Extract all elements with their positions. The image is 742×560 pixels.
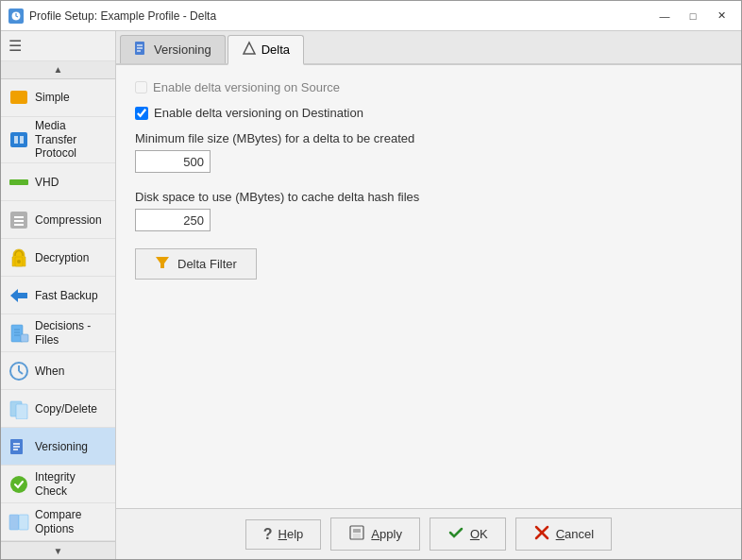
svg-marker-12 xyxy=(10,289,27,302)
title-bar-left: Profile Setup: Example Profile - Delta xyxy=(8,8,216,24)
ok-button[interactable]: OK xyxy=(430,518,506,551)
tab-delta-label: Delta xyxy=(261,42,290,57)
sidebar-label-decryption: Decryption xyxy=(35,251,89,264)
vhd-icon xyxy=(8,172,29,193)
versioning-icon xyxy=(8,436,29,457)
sidebar-item-media-transfer[interactable]: Media Transfer Protocol xyxy=(1,117,115,164)
sidebar-label-decisions: Decisions - Files xyxy=(35,319,108,347)
svg-rect-4 xyxy=(20,136,24,144)
sidebar-item-simple[interactable]: Simple xyxy=(1,79,115,117)
svg-rect-38 xyxy=(353,534,361,538)
simple-icon xyxy=(8,87,29,108)
minimize-button[interactable]: — xyxy=(652,7,677,25)
panel-content: Enable delta versioning on Source Enable… xyxy=(116,65,741,508)
sidebar-item-decisions-files[interactable]: Decisions - Files xyxy=(1,314,115,352)
delta-tab-icon xyxy=(242,41,257,59)
tab-versioning[interactable]: Versioning xyxy=(120,35,226,63)
sidebar-item-copy-delete[interactable]: Copy/Delete xyxy=(1,390,115,428)
main-window: Profile Setup: Example Profile - Delta —… xyxy=(0,0,742,560)
svg-line-20 xyxy=(19,371,23,374)
title-bar: Profile Setup: Example Profile - Delta —… xyxy=(1,1,741,31)
sidebar-item-compare-options[interactable]: Compare Options xyxy=(1,503,115,541)
integrity-icon xyxy=(8,474,29,495)
cancel-icon xyxy=(533,524,550,544)
compare-icon xyxy=(8,512,29,533)
sidebar-item-when[interactable]: When xyxy=(1,352,115,390)
apply-icon xyxy=(348,524,365,544)
svg-rect-37 xyxy=(353,529,361,533)
hamburger-icon[interactable]: ☰ xyxy=(8,37,22,55)
when-icon xyxy=(8,361,29,382)
window-title: Profile Setup: Example Profile - Delta xyxy=(29,9,216,23)
sidebar-label-compression: Compression xyxy=(35,213,102,227)
sidebar-label-media: Media Transfer Protocol xyxy=(35,119,108,160)
sidebar-item-fast-backup[interactable]: Fast Backup xyxy=(1,277,115,314)
tab-delta[interactable]: Delta xyxy=(228,35,304,65)
decryption-icon xyxy=(8,247,29,268)
svg-rect-2 xyxy=(10,132,27,147)
app-icon xyxy=(8,8,24,24)
sidebar-label-vhd: VHD xyxy=(35,176,59,189)
min-file-size-label: Minimum file size (MBytes) for a delta t… xyxy=(135,131,722,145)
sidebar-label-compare: Compare Options xyxy=(35,508,108,535)
svg-rect-22 xyxy=(16,404,27,419)
scroll-down-button[interactable]: ▼ xyxy=(1,541,115,559)
cancel-label: Cancel xyxy=(556,527,594,541)
sidebar-item-integrity-check[interactable]: Integrity Check xyxy=(1,466,115,503)
delta-filter-label: Delta Filter xyxy=(177,257,237,271)
hamburger-bar: ☰ xyxy=(1,31,115,61)
disk-space-section: Disk space to use (MBytes) to cache delt… xyxy=(135,190,722,231)
apply-button[interactable]: Apply xyxy=(330,518,420,551)
versioning-tab-icon xyxy=(134,41,149,59)
checkbox-dest-label: Enable delta versioning on Destination xyxy=(154,106,363,120)
content-area: ☰ ▲ Simple Media Transfer Protocol xyxy=(1,31,741,559)
apply-label: Apply xyxy=(371,527,402,541)
sidebar-label-fastbackup: Fast Backup xyxy=(35,289,98,302)
tabs-bar: Versioning Delta xyxy=(116,31,741,65)
checkbox-source-label: Enable delta versioning on Source xyxy=(153,80,340,94)
sidebar-label-simple: Simple xyxy=(35,91,70,104)
svg-rect-5 xyxy=(9,179,28,185)
sidebar-item-versioning[interactable]: Versioning xyxy=(1,428,115,466)
scroll-up-button[interactable]: ▲ xyxy=(1,61,115,79)
fastbackup-icon xyxy=(8,285,29,306)
help-icon: ? xyxy=(263,526,273,543)
checkbox-source[interactable] xyxy=(135,81,147,93)
close-button[interactable]: ✕ xyxy=(709,7,734,25)
checkbox-source-row: Enable delta versioning on Source xyxy=(135,80,722,94)
window-controls: — □ ✕ xyxy=(652,7,734,25)
sidebar-item-compression[interactable]: Compression xyxy=(1,201,115,239)
copydelete-icon xyxy=(8,399,29,419)
compression-icon xyxy=(8,210,29,230)
min-file-size-input[interactable] xyxy=(135,150,211,173)
main-panel: Versioning Delta Enable delta versionin xyxy=(116,31,741,559)
sidebar-item-decryption[interactable]: Decryption xyxy=(1,239,115,277)
disk-space-label: Disk space to use (MBytes) to cache delt… xyxy=(135,190,722,204)
svg-rect-29 xyxy=(19,515,28,530)
decisions-icon xyxy=(8,323,29,344)
help-button[interactable]: ? Help xyxy=(245,519,322,550)
sidebar-label-integrity: Integrity Check xyxy=(35,470,108,498)
media-icon xyxy=(8,129,29,150)
checkbox-dest-row: Enable delta versioning on Destination xyxy=(135,106,722,120)
svg-rect-17 xyxy=(21,334,28,342)
help-label: Help xyxy=(278,527,304,541)
checkbox-dest[interactable] xyxy=(135,107,148,120)
sidebar-item-vhd[interactable]: VHD xyxy=(1,163,115,201)
maximize-button[interactable]: □ xyxy=(681,7,705,25)
footer: ? Help Apply xyxy=(116,508,741,559)
cancel-button[interactable]: Cancel xyxy=(515,518,612,551)
sidebar: ☰ ▲ Simple Media Transfer Protocol xyxy=(1,31,116,559)
tab-versioning-label: Versioning xyxy=(154,42,211,57)
svg-rect-3 xyxy=(14,136,18,144)
min-file-size-section: Minimum file size (MBytes) for a delta t… xyxy=(135,131,722,173)
svg-marker-34 xyxy=(244,42,255,54)
disk-space-input[interactable] xyxy=(135,209,211,231)
svg-rect-28 xyxy=(9,515,19,530)
filter-icon xyxy=(155,255,170,273)
delta-filter-button[interactable]: Delta Filter xyxy=(135,248,257,280)
svg-point-27 xyxy=(10,476,27,493)
sidebar-label-versioning: Versioning xyxy=(35,440,88,453)
sidebar-label-when: When xyxy=(35,365,64,378)
ok-icon xyxy=(447,524,464,544)
